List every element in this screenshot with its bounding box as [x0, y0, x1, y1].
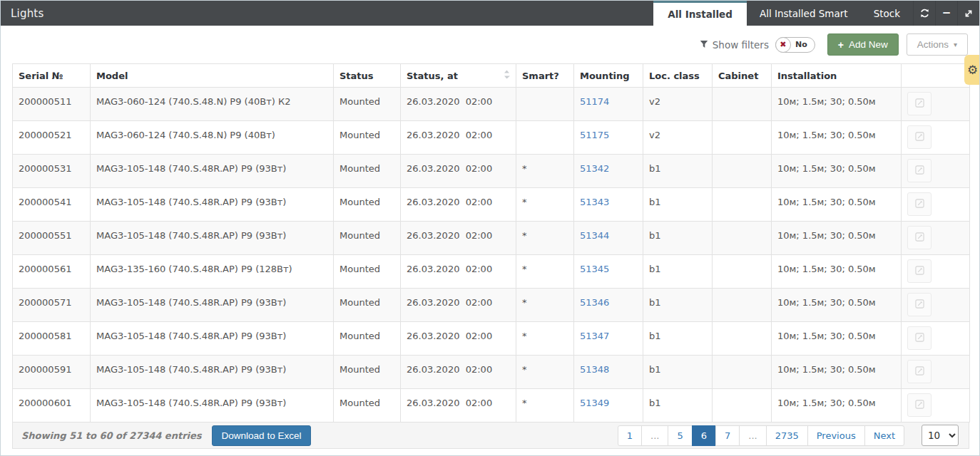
mounting-link[interactable]: 51348	[580, 364, 609, 375]
table-row: 200000601 MAG3-105-148 (740.S.48R.AP) P9…	[13, 389, 970, 423]
plus-icon: +	[838, 40, 844, 50]
col-actions	[902, 64, 970, 88]
edit-button[interactable]	[907, 192, 931, 216]
cell-actions	[902, 188, 970, 222]
cell-cabinet	[713, 121, 772, 155]
expand-button[interactable]	[957, 1, 979, 26]
mounting-link[interactable]: 51349	[580, 398, 609, 408]
cell-serial: 200000571	[13, 289, 91, 322]
edit-icon	[915, 366, 924, 378]
minimize-button[interactable]: −	[935, 1, 957, 26]
cell-model: MAG3-105-148 (740.S.48R.AP) P9 (93Вт)	[91, 322, 334, 356]
cell-actions	[902, 255, 970, 289]
page-button-7[interactable]: 7	[715, 425, 740, 446]
col-mounting: Mounting	[574, 64, 643, 88]
edit-button[interactable]	[907, 393, 931, 417]
cell-mounting: 51174	[574, 88, 643, 121]
table-settings-tab[interactable]: ⚙	[964, 55, 979, 85]
cell-mounting: 51344	[574, 222, 643, 255]
actions-button[interactable]: Actions ▾	[907, 33, 968, 56]
edit-button[interactable]	[907, 259, 931, 283]
cell-cabinet	[713, 188, 772, 222]
page-title: Lights	[1, 1, 44, 26]
cell-installation: 10м; 1.5м; 30; 0.50м	[772, 121, 902, 155]
cell-smart: *	[516, 389, 574, 423]
tab-all-installed-smart[interactable]: All Installed Smart	[747, 1, 861, 26]
edit-button[interactable]	[907, 159, 931, 182]
mounting-link[interactable]: 51347	[580, 331, 609, 341]
col-status-at-label: Status, at	[407, 71, 458, 81]
cell-model: MAG3-105-148 (740.S.48R.AP) P9 (93Вт)	[91, 188, 334, 222]
edit-icon	[915, 98, 924, 110]
table-footer: Showing 51 to 60 of 27344 entries Downlo…	[12, 423, 969, 449]
showing-entries-text: Showing 51 to 60 of 27344 entries	[21, 430, 202, 441]
toggle-knob: ✖	[775, 37, 791, 53]
mounting-link[interactable]: 51343	[580, 197, 609, 207]
show-filters-control[interactable]: Show filters	[700, 39, 769, 51]
sort-icon[interactable]	[504, 70, 510, 82]
actions-label: Actions	[917, 39, 949, 50]
mounting-link[interactable]: 51344	[580, 230, 609, 241]
cell-smart: *	[516, 289, 574, 322]
next-page-button[interactable]: Next	[864, 425, 904, 446]
col-model: Model	[91, 64, 334, 88]
col-installation: Installation	[772, 64, 902, 88]
filters-toggle[interactable]: ✖ No	[775, 37, 815, 53]
page-button-5[interactable]: 5	[668, 425, 692, 446]
table-row: 200000511 MAG3-060-124 (740.S.48.N) P9 (…	[13, 88, 970, 121]
cell-serial: 200000591	[13, 356, 91, 389]
mounting-link[interactable]: 51346	[580, 297, 609, 308]
tab-label: Stock	[874, 8, 900, 19]
cell-actions	[902, 222, 970, 255]
cell-status-at: 26.03.2020 02:00	[401, 222, 516, 255]
cell-loc-class: b1	[643, 389, 713, 423]
cell-status-at: 26.03.2020 02:00	[401, 289, 516, 322]
col-loc-class: Loc. class	[643, 64, 713, 88]
tab-stock[interactable]: Stock	[861, 1, 913, 26]
cell-loc-class: v2	[643, 121, 713, 155]
cell-serial: 200000511	[13, 88, 91, 121]
cell-mounting: 51346	[574, 289, 643, 322]
cell-serial: 200000581	[13, 322, 91, 356]
x-icon: ✖	[780, 41, 786, 48]
previous-page-button[interactable]: Previous	[807, 425, 865, 446]
page-button-1[interactable]: 1	[618, 425, 642, 446]
cell-model: MAG3-105-148 (740.S.48R.AP) P9 (93Вт)	[91, 222, 334, 255]
cell-actions	[902, 322, 970, 356]
mounting-link[interactable]: 51174	[580, 96, 609, 107]
table-row: 200000551 MAG3-105-148 (740.S.48R.AP) P9…	[13, 222, 970, 255]
edit-icon	[915, 232, 924, 244]
edit-button[interactable]	[907, 360, 931, 383]
add-new-button[interactable]: + Add New	[827, 33, 899, 56]
toolbar: Show filters ✖ No + Add New Actions ▾	[12, 26, 968, 63]
cell-loc-class: b1	[643, 155, 713, 188]
tab-all-installed[interactable]: All Installed	[653, 1, 747, 26]
page-size-select[interactable]: 10	[922, 425, 959, 446]
table-row: 200000571 MAG3-105-148 (740.S.48R.AP) P9…	[13, 289, 970, 322]
lights-window: Lights All Installed All Installed Smart…	[0, 0, 980, 456]
edit-button[interactable]	[907, 92, 931, 115]
edit-button[interactable]	[907, 293, 931, 316]
cell-status: Mounted	[334, 289, 401, 322]
cell-model: MAG3-105-148 (740.S.48R.AP) P9 (93Вт)	[91, 389, 334, 423]
titlebar: Lights All Installed All Installed Smart…	[1, 1, 979, 26]
col-status-at[interactable]: Status, at	[401, 64, 516, 88]
tab-label: All Installed	[668, 9, 733, 20]
page-button-2735[interactable]: 2735	[766, 425, 808, 446]
toggle-state-label: No	[795, 40, 807, 49]
page-button-6-active[interactable]: 6	[692, 425, 716, 446]
edit-button[interactable]	[907, 125, 931, 149]
refresh-button[interactable]	[913, 1, 935, 26]
table-row: 200000581 MAG3-105-148 (740.S.48R.AP) P9…	[13, 322, 970, 356]
mounting-link[interactable]: 51345	[580, 264, 609, 274]
minimize-icon: −	[942, 8, 951, 19]
cell-status: Mounted	[334, 255, 401, 289]
mounting-link[interactable]: 51175	[580, 130, 609, 140]
download-excel-button[interactable]: Download to Excel	[212, 425, 312, 446]
mounting-link[interactable]: 51342	[580, 163, 609, 174]
edit-button[interactable]	[907, 326, 931, 350]
table-row: 200000561 MAG3-135-160 (740.S.48R.AP) P9…	[13, 255, 970, 289]
edit-button[interactable]	[907, 226, 931, 249]
cell-status-at: 26.03.2020 02:00	[401, 356, 516, 389]
lights-table: Serial № Model Status Status, at Smart? …	[12, 63, 970, 423]
